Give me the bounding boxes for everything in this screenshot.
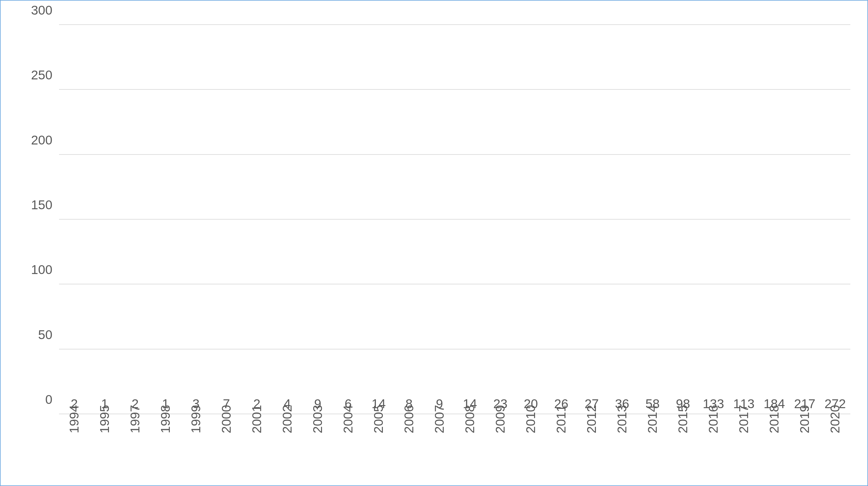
y-tick-label: 250 [31, 68, 52, 83]
x-tick-label: 2010 [524, 405, 538, 433]
x-tick-label: 2017 [737, 405, 751, 433]
chart-frame: 300 250 200 150 100 50 0 2 1994 1 1995 2 [0, 0, 868, 486]
x-tick-label: 2005 [371, 405, 386, 433]
x-tick-label: 2002 [280, 405, 294, 433]
x-tick-label: 2015 [676, 405, 690, 433]
x-tick-label: 2012 [584, 405, 599, 433]
x-tick-label: 2004 [341, 405, 355, 433]
y-tick-label: 100 [31, 262, 52, 277]
x-tick-label: 1999 [189, 405, 203, 433]
x-tick-label: 2016 [706, 405, 721, 433]
x-tick-label: 1997 [128, 405, 143, 433]
y-tick-label: 300 [31, 3, 52, 18]
y-tick-label: 150 [31, 198, 52, 212]
x-tick-label: 2013 [615, 405, 629, 433]
x-tick-label: 2008 [463, 405, 477, 433]
x-tick-label: 2003 [310, 405, 325, 433]
y-tick-label: 0 [45, 392, 52, 407]
x-tick-label: 2019 [797, 405, 812, 433]
bars-container: 2 1994 1 1995 2 1997 1 1998 [59, 25, 850, 414]
x-tick-label: 2006 [402, 405, 416, 433]
x-tick-label: 1995 [97, 405, 112, 433]
x-tick-label: 2001 [250, 405, 264, 433]
y-tick-label: 200 [31, 133, 52, 148]
y-tick-label: 50 [38, 328, 52, 342]
x-tick-label: 2014 [645, 405, 660, 433]
x-tick-label: 2000 [219, 405, 234, 433]
x-tick-label: 2009 [493, 405, 508, 433]
x-tick-label: 2018 [767, 405, 781, 433]
x-tick-label: 2007 [432, 405, 447, 433]
x-tick-label: 2011 [554, 405, 568, 433]
x-tick-label: 2020 [828, 405, 842, 433]
plot-area: 300 250 200 150 100 50 0 2 1994 1 1995 2 [59, 25, 850, 414]
x-tick-label: 1994 [67, 405, 82, 433]
x-tick-label: 1998 [158, 405, 173, 433]
